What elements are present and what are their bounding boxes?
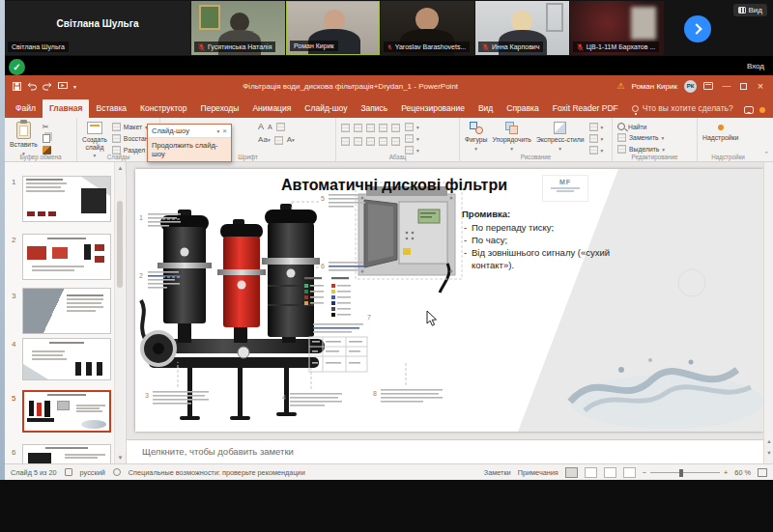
quick-styles-button[interactable]: Экспресс-стили▾ bbox=[536, 121, 585, 153]
scrollbar-thumb[interactable] bbox=[117, 201, 123, 288]
accessibility-status[interactable]: Специальные возможности: проверьте реком… bbox=[129, 468, 305, 477]
comments-icon[interactable] bbox=[744, 106, 754, 114]
slide-thumbnail-4[interactable] bbox=[22, 338, 111, 380]
tab-record[interactable]: Запись bbox=[354, 99, 394, 118]
align-center-icon[interactable] bbox=[354, 137, 362, 146]
tab-insert[interactable]: Вставка bbox=[89, 99, 133, 118]
clear-format-icon[interactable] bbox=[276, 123, 285, 131]
next-participants-button[interactable] bbox=[684, 15, 711, 42]
participant-tile[interactable]: Инна Карпович bbox=[475, 1, 569, 55]
fit-slide-icon[interactable] bbox=[758, 468, 767, 477]
bullets-icon[interactable] bbox=[341, 124, 350, 132]
slide-thumbnail-1[interactable] bbox=[22, 176, 111, 222]
cut-icon[interactable]: ✂ bbox=[43, 123, 51, 131]
comments-toggle[interactable]: Примечания bbox=[518, 468, 558, 477]
tab-file[interactable]: Файл bbox=[9, 99, 43, 118]
scroll-up-icon[interactable]: ▲ bbox=[115, 162, 126, 174]
tab-home[interactable]: Главная bbox=[43, 99, 90, 118]
warning-icon[interactable]: ⚠ bbox=[616, 81, 624, 91]
slide-canvas[interactable]: 1 2 5 bbox=[127, 162, 763, 439]
shape-fill-button[interactable]: ▾ bbox=[589, 123, 604, 131]
justify-icon[interactable] bbox=[379, 137, 387, 146]
participant-name-label: Гусятинська Наталія bbox=[194, 42, 275, 52]
participant-tile[interactable]: Yaroslav Barashovets... bbox=[381, 1, 474, 55]
tab-foxit[interactable]: Foxit Reader PDF bbox=[546, 99, 625, 118]
decrease-indent-icon[interactable] bbox=[366, 124, 375, 132]
window-frame bbox=[546, 3, 563, 32]
normal-view-icon[interactable] bbox=[565, 467, 578, 478]
participant-tile[interactable]: Гусятинська Наталія bbox=[191, 1, 285, 55]
restore-button[interactable] bbox=[740, 83, 747, 90]
text-direction-button[interactable]: ▾ bbox=[405, 123, 419, 131]
slide-thumbnail-5-selected[interactable] bbox=[22, 390, 111, 433]
slide[interactable]: 1 2 5 bbox=[135, 169, 763, 432]
reading-view-icon[interactable] bbox=[604, 467, 616, 478]
replace-button[interactable]: Заменить▾ bbox=[617, 133, 665, 142]
align-right-icon[interactable] bbox=[366, 137, 375, 146]
participant-tile-active-speaker[interactable]: Роман Кирик bbox=[286, 1, 380, 55]
addins-button[interactable]: Надстройки bbox=[702, 121, 738, 142]
close-button[interactable]: × bbox=[754, 80, 767, 92]
spellcheck-icon[interactable] bbox=[65, 468, 72, 476]
save-icon[interactable] bbox=[13, 82, 21, 91]
view-button[interactable]: Вид bbox=[733, 4, 767, 16]
qat-customize-icon[interactable]: ▾ bbox=[73, 83, 76, 90]
start-slideshow-icon[interactable] bbox=[58, 82, 68, 91]
zoom-level[interactable]: 60 % bbox=[734, 468, 751, 477]
arrange-button[interactable]: Упорядочить▾ bbox=[492, 121, 530, 153]
align-left-icon[interactable] bbox=[341, 137, 350, 146]
slide-thumbnail-3[interactable] bbox=[22, 288, 111, 334]
change-case-icon[interactable]: Аа▾ bbox=[258, 135, 271, 145]
align-text-button[interactable]: ▾ bbox=[405, 134, 419, 143]
shrink-font-icon[interactable]: A bbox=[268, 123, 272, 131]
minimize-button[interactable]: — bbox=[720, 81, 733, 91]
slide-sorter-icon[interactable] bbox=[585, 467, 597, 478]
screen: Світлана Шульга Світлана Шульга Гусятинс… bbox=[0, 0, 773, 532]
floating-toolbar-close-icon[interactable]: × bbox=[222, 126, 227, 135]
zoom-slider[interactable]: −+ bbox=[643, 468, 729, 477]
shape-outline-button[interactable]: ▾ bbox=[589, 134, 604, 143]
notes-pane[interactable]: Щелкните, чтобы добавить заметки bbox=[127, 439, 763, 463]
tab-transitions[interactable]: Переходы bbox=[194, 99, 246, 118]
continue-slideshow-button[interactable]: Продолжить слайд-шоу bbox=[148, 138, 231, 161]
tab-slideshow[interactable]: Слайд-шоу bbox=[298, 99, 354, 118]
text-highlight-icon[interactable] bbox=[274, 136, 283, 145]
copy-icon[interactable] bbox=[43, 134, 50, 143]
shapes-button[interactable]: Фигуры▾ bbox=[465, 121, 487, 153]
ribbon-display-options-icon[interactable] bbox=[703, 82, 713, 90]
floating-toolbar-dropdown-icon[interactable]: ▾ bbox=[217, 128, 220, 134]
language-indicator[interactable]: русский bbox=[80, 468, 105, 477]
scroll-down-icon[interactable]: ▼ bbox=[115, 452, 126, 463]
tab-view[interactable]: Вид bbox=[472, 99, 500, 118]
undo-icon[interactable] bbox=[27, 82, 37, 91]
select-button[interactable]: Выделить▾ bbox=[617, 145, 665, 154]
numbering-icon[interactable] bbox=[354, 124, 362, 132]
slideshow-view-icon[interactable] bbox=[623, 467, 636, 478]
thumbnail-scrollbar[interactable]: ▲ ▼ bbox=[114, 162, 125, 463]
mouse-cursor bbox=[426, 310, 438, 327]
account-name[interactable]: Роман Кирик bbox=[631, 82, 677, 91]
collapse-ribbon-icon[interactable]: ⌃ bbox=[763, 151, 769, 158]
tab-help[interactable]: Справка bbox=[500, 99, 545, 118]
tab-design[interactable]: Конструктор bbox=[133, 99, 193, 118]
increase-indent-icon[interactable] bbox=[379, 124, 387, 132]
tell-me-box[interactable]: Что вы хотите сделать? bbox=[625, 99, 740, 118]
columns-icon[interactable] bbox=[391, 137, 400, 146]
scroll-down-icon[interactable]: ▼ bbox=[764, 449, 773, 458]
slide-thumbnail-6[interactable] bbox=[22, 444, 111, 463]
line-spacing-icon[interactable] bbox=[391, 124, 400, 132]
paste-button[interactable]: Вставить▾ bbox=[10, 121, 38, 157]
tab-animations[interactable]: Анимация bbox=[245, 99, 298, 118]
scroll-up-icon[interactable]: ▲ bbox=[764, 437, 773, 446]
notes-toggle[interactable]: Заметки bbox=[484, 468, 511, 477]
redo-icon[interactable] bbox=[43, 82, 52, 91]
participant-tile[interactable]: Світлана Шульга Світлана Шульга bbox=[5, 1, 190, 55]
tab-review[interactable]: Рецензирование bbox=[394, 99, 472, 118]
avatar[interactable]: РК bbox=[684, 80, 697, 93]
find-button[interactable]: Найти bbox=[617, 123, 665, 130]
grow-font-icon[interactable]: A bbox=[258, 123, 264, 131]
font-color-icon[interactable]: A▾ bbox=[287, 135, 295, 145]
participant-tile[interactable]: ЦВ-1-11М Бархатов ... bbox=[570, 1, 664, 55]
slide-thumbnail-2[interactable] bbox=[22, 234, 111, 280]
slide-scrollbar[interactable]: ▲ ▼ bbox=[763, 162, 773, 463]
